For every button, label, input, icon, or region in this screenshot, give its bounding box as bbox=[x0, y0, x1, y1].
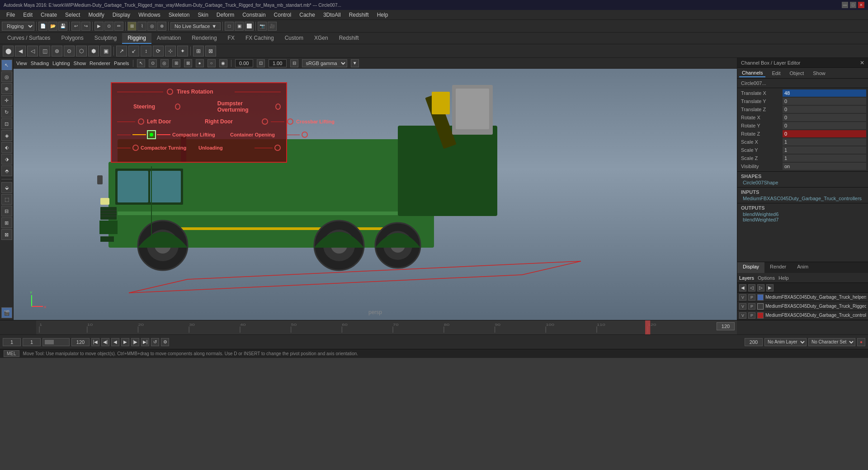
ch-val-rotatey[interactable]: 0 bbox=[783, 122, 866, 129]
layer-v3[interactable]: V bbox=[739, 312, 746, 319]
anim-prefs-btn[interactable]: ⚙ bbox=[161, 338, 169, 346]
tab-fx-caching[interactable]: FX Caching bbox=[240, 33, 279, 44]
tool7[interactable]: ◈ bbox=[1, 130, 12, 141]
menu-edit[interactable]: Edit bbox=[19, 11, 36, 19]
ctrl-circle-turning[interactable] bbox=[132, 145, 139, 151]
maximize-btn[interactable]: □ bbox=[850, 2, 856, 8]
ch-val-rotatez[interactable]: 0 bbox=[783, 130, 866, 137]
minimize-btn[interactable]: — bbox=[842, 2, 848, 8]
vp-menu-lighting[interactable]: Lighting bbox=[52, 61, 70, 66]
step-back-btn[interactable]: ◀| bbox=[101, 338, 109, 346]
ctrl-circle-dumpster[interactable] bbox=[275, 103, 281, 110]
anim-layer-dropdown[interactable]: No Anim Layer bbox=[764, 338, 807, 346]
ctrl-row-compactor[interactable]: Compactor Lifting Container Opening bbox=[117, 130, 281, 139]
ch-tab-channels[interactable]: Channels bbox=[739, 69, 765, 77]
layer-p1[interactable]: P bbox=[748, 294, 755, 301]
new-btn[interactable]: 📄 bbox=[38, 22, 47, 31]
ctrl-circle-tires[interactable] bbox=[167, 89, 173, 95]
vp-value1[interactable] bbox=[235, 59, 253, 67]
snap-view-btn[interactable]: ⊕ bbox=[157, 22, 166, 31]
rotate-tool[interactable]: ↻ bbox=[1, 107, 12, 118]
ch-val-rotatex[interactable]: 0 bbox=[783, 114, 866, 121]
go-end-btn[interactable]: ▶| bbox=[141, 338, 149, 346]
ctrl-circle-unloading[interactable] bbox=[274, 145, 281, 151]
scale-tool[interactable]: ⊡ bbox=[1, 118, 12, 129]
ch-tab-show[interactable]: Show bbox=[810, 70, 828, 77]
tool9[interactable]: ⬗ bbox=[1, 154, 12, 164]
paint-tool[interactable]: ⊕ bbox=[1, 83, 12, 94]
tool-icon-12[interactable]: ↕ bbox=[141, 46, 151, 56]
render2-btn[interactable]: ▣ bbox=[235, 22, 244, 31]
outputs-item-1[interactable]: blendWeighted6 bbox=[741, 212, 864, 217]
render-btn[interactable]: □ bbox=[225, 22, 234, 31]
tool-icon-3[interactable]: ◁ bbox=[27, 46, 38, 56]
ctrl-circle-steering[interactable] bbox=[175, 103, 180, 110]
vp-icon9[interactable]: ⊡ bbox=[257, 59, 265, 67]
inputs-item-1[interactable]: MediumFBXASC045Duty_Garbage_Truck_contro… bbox=[741, 196, 864, 201]
move-tool[interactable]: ✛ bbox=[1, 95, 12, 106]
menu-constrain[interactable]: Constrain bbox=[239, 11, 269, 19]
outputs-item-2[interactable]: blendWeighted7 bbox=[741, 217, 864, 222]
tool-icon-13[interactable]: ⟳ bbox=[153, 46, 164, 56]
menu-create[interactable]: Create bbox=[37, 11, 61, 19]
layer-fwd-btn[interactable]: ▷ bbox=[757, 284, 764, 291]
snap-curve-btn[interactable]: ⌇ bbox=[137, 22, 146, 31]
vp-icon10[interactable]: ⊟ bbox=[290, 59, 298, 67]
ch-row-visibility[interactable]: Visibility on bbox=[737, 162, 868, 170]
tab-curves-surfaces[interactable]: Curves / Surfaces bbox=[2, 33, 56, 44]
ctrl-circle-container[interactable] bbox=[302, 132, 308, 138]
vp-icon8[interactable]: ◉ bbox=[219, 59, 227, 67]
redo-btn[interactable]: ↪ bbox=[81, 22, 90, 31]
playback-end-input[interactable] bbox=[71, 338, 90, 346]
menu-help[interactable]: Help bbox=[373, 11, 392, 19]
end-frame-input[interactable] bbox=[745, 338, 763, 346]
close-btn[interactable]: ✕ bbox=[858, 2, 864, 8]
tool-icon-11[interactable]: ↙ bbox=[128, 46, 139, 56]
select-btn[interactable]: ▶ bbox=[94, 22, 104, 31]
ch-row-rotatex[interactable]: Rotate X 0 bbox=[737, 113, 868, 122]
tool10[interactable]: ⬘ bbox=[1, 165, 12, 176]
ch-row-rotatez[interactable]: Rotate Z 0 bbox=[737, 130, 868, 138]
tool-icon-2[interactable]: ◀ bbox=[15, 46, 26, 56]
render3-btn[interactable]: ⬜ bbox=[245, 22, 254, 31]
ch-val-translatey[interactable]: 0 bbox=[783, 98, 866, 105]
ctrl-circle-leftdoor[interactable] bbox=[138, 118, 144, 125]
tool-icon-4[interactable]: ◫ bbox=[39, 46, 50, 56]
viewport-area[interactable]: View Shading Lighting Show Renderer Pane… bbox=[14, 58, 737, 320]
vp-icon11[interactable]: ▼ bbox=[351, 59, 359, 67]
tab-fx[interactable]: FX bbox=[222, 33, 240, 44]
ctrl-circle-crossbar[interactable] bbox=[287, 118, 293, 125]
tool14[interactable]: ⊞ bbox=[1, 217, 12, 228]
tool-icon-9[interactable]: ▣ bbox=[100, 46, 111, 56]
tool-icon-14[interactable]: ⊹ bbox=[165, 46, 176, 56]
menu-redshift[interactable]: Redshift bbox=[345, 11, 373, 19]
vp-icon6[interactable]: ● bbox=[196, 59, 204, 67]
workspace-dropdown[interactable]: Rigging bbox=[2, 22, 34, 31]
tool13[interactable]: ⊟ bbox=[1, 206, 12, 216]
tool-icon-17[interactable]: ⊠ bbox=[205, 46, 216, 56]
ch-val-translatez[interactable]: 0 bbox=[783, 106, 866, 113]
vp-icon4[interactable]: ⊞ bbox=[172, 59, 180, 67]
dra-sub-layers[interactable]: Layers bbox=[739, 275, 754, 281]
layer-back-btn[interactable]: ◁ bbox=[748, 284, 755, 291]
cam1[interactable]: 📷 bbox=[258, 22, 267, 31]
dra-tab-anim[interactable]: Anim bbox=[792, 262, 814, 273]
scene-3d[interactable]: Tires Rotation Steering Dumpster Overtur… bbox=[14, 69, 737, 320]
play-back-btn[interactable]: ◀ bbox=[111, 338, 119, 346]
tool-icon-16[interactable]: ⊞ bbox=[193, 46, 204, 56]
ch-row-rotatey[interactable]: Rotate Y 0 bbox=[737, 122, 868, 130]
gamma-dropdown[interactable]: sRGB gamma bbox=[302, 59, 347, 67]
ch-val-translatex[interactable]: 48 bbox=[783, 89, 866, 97]
menu-windows[interactable]: Windows bbox=[135, 11, 164, 19]
snap-grid-btn[interactable]: ⊞ bbox=[127, 22, 137, 31]
tool-icon-15[interactable]: ✦ bbox=[177, 46, 188, 56]
vp-icon7[interactable]: ○ bbox=[208, 59, 216, 67]
lasso-btn[interactable]: ⊙ bbox=[104, 22, 113, 31]
undo-btn[interactable]: ↩ bbox=[71, 22, 80, 31]
tool8[interactable]: ⬖ bbox=[1, 142, 12, 153]
tool-icon-7[interactable]: ⬡ bbox=[76, 46, 87, 56]
tab-polygons[interactable]: Polygons bbox=[56, 33, 89, 44]
dra-sub-help[interactable]: Help bbox=[778, 275, 789, 281]
tool-icon-10[interactable]: ↗ bbox=[116, 46, 127, 56]
ch-val-scalex[interactable]: 1 bbox=[783, 138, 866, 146]
